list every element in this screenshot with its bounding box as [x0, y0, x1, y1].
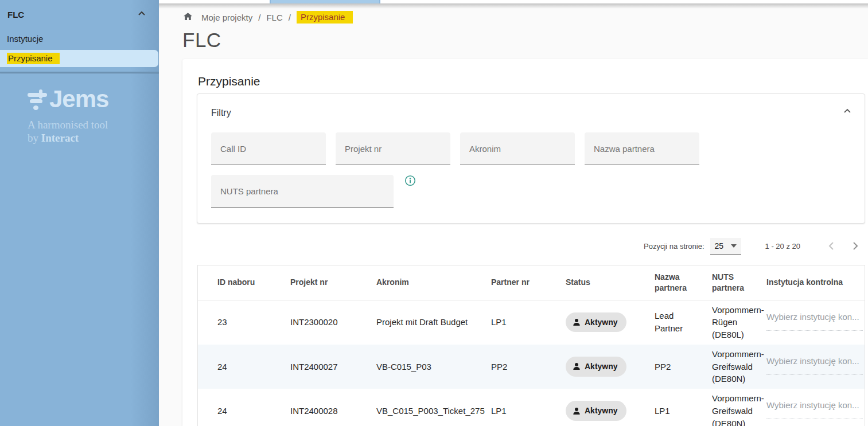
status-badge: Aktywny: [566, 312, 626, 332]
cell-institution: Wybierz instytucję kon...: [758, 389, 865, 426]
status-badge: Aktywny: [566, 401, 626, 420]
cell-acronym: VB-C015_P03: [368, 345, 483, 389]
cell-nuts: Vorpommern-Rügen (DE80L): [704, 300, 758, 345]
cell-partner-name: PP2: [647, 345, 704, 389]
cell-status: Aktywny: [558, 389, 647, 426]
cell-project-nr: INT2400027: [282, 345, 368, 389]
caret-down-icon: [731, 244, 737, 248]
col-header-partner-nr: Partner nr: [483, 265, 558, 300]
col-header-akronim: Akronim: [368, 265, 483, 300]
sidebar-divider: [0, 72, 159, 73]
cell-partner-nr: LP1: [483, 300, 558, 345]
chevron-up-icon[interactable]: [843, 107, 852, 116]
info-icon[interactable]: [404, 175, 416, 186]
filters-title: Filtry: [211, 108, 231, 118]
status-label: Aktywny: [585, 316, 618, 328]
breadcrumb-separator: /: [258, 13, 260, 22]
cell-partner-name: Lead Partner: [647, 300, 704, 345]
sidebar: FLC Instytucje Przypisanie Jems A harmon…: [0, 0, 159, 426]
page-title: FLC: [182, 29, 221, 52]
chevron-up-icon[interactable]: [137, 9, 146, 18]
cell-project-nr: INT2400028: [282, 389, 368, 426]
status-badge: Aktywny: [566, 357, 626, 376]
filter-field-projekt-nr: [336, 132, 450, 165]
person-icon: [572, 407, 581, 416]
breadcrumb-separator: /: [289, 13, 291, 22]
filter-field-akronim: [460, 132, 575, 165]
items-per-page-label: Pozycji na stronie:: [644, 242, 704, 251]
content-card: Przypisanie Filtry: [182, 59, 868, 426]
pagination-range: 1 - 20 z 20: [765, 242, 800, 251]
sidebar-item-przypisanie[interactable]: Przypisanie: [0, 50, 158, 67]
top-scroll-shadow: [159, 3, 868, 9]
filter-field-call-id: [211, 132, 326, 165]
nuts-partnera-input[interactable]: [211, 175, 394, 207]
akronim-input[interactable]: [460, 132, 575, 165]
cell-acronym: VB_C015_P003_Ticket_275: [368, 389, 483, 426]
nazwa-partnera-input[interactable]: [585, 132, 699, 165]
cell-call-id: 24: [198, 345, 282, 389]
table-header-row: ID naboru Projekt nr Akronim Partner nr …: [198, 265, 865, 300]
status-label: Aktywny: [585, 405, 618, 416]
cell-nuts: Vorpommern-Greifswald (DE80N): [704, 389, 758, 426]
institution-select[interactable]: Wybierz instytucję kon...: [766, 399, 863, 419]
col-header-instytucja-kontrolna: Instytucja kontrolna: [758, 265, 865, 300]
cell-call-id: 24: [198, 389, 282, 426]
breadcrumb-item-moje-projekty[interactable]: Moje projekty: [201, 13, 252, 22]
page-next-icon[interactable]: [851, 241, 860, 251]
cell-institution: Wybierz instytucję kon...: [758, 300, 865, 345]
institution-select[interactable]: Wybierz instytucję kon...: [766, 355, 863, 375]
col-header-nuts-partnera: NUTS partnera: [704, 265, 758, 300]
logo-tagline: A harmonised tool: [28, 118, 108, 131]
items-per-page-select[interactable]: 25: [710, 238, 741, 255]
breadcrumb: Moje projekty / FLC / Przypisanie: [182, 10, 353, 24]
top-partial-tab: [270, 0, 380, 3]
person-icon: [572, 362, 581, 371]
projekt-nr-input[interactable]: [336, 132, 450, 165]
jems-logo-icon: [28, 89, 49, 114]
call-id-input[interactable]: [211, 132, 326, 165]
cell-status: Aktywny: [558, 345, 647, 389]
cell-institution: Wybierz instytucję kon...: [758, 345, 865, 389]
col-header-id-naboru: ID naboru: [198, 265, 282, 300]
home-icon[interactable]: [182, 11, 193, 22]
sidebar-item-label-highlighted: Przypisanie: [7, 53, 60, 64]
main-content: Moje projekty / FLC / Przypisanie FLC Pr…: [159, 0, 868, 426]
cell-nuts: Vorpommern-Greifswald (DE80N): [704, 345, 758, 389]
institution-select[interactable]: Wybierz instytucję kon...: [766, 311, 863, 331]
cell-partner-name: LP1: [647, 389, 704, 426]
cell-partner-nr: LP1: [483, 389, 558, 426]
breadcrumb-item-przypisanie: Przypisanie: [297, 11, 353, 24]
table-row: 23INT2300020Projekt mit Draft BudgetLP1A…: [198, 300, 865, 345]
jems-logo: Jems A harmonised tool by Interact: [28, 86, 108, 144]
person-icon: [572, 318, 581, 327]
pagination: Pozycji na stronie: 25 1 - 20 z 20: [644, 236, 860, 256]
cell-call-id: 23: [198, 300, 282, 345]
section-title: Przypisanie: [198, 75, 260, 88]
page-previous-icon[interactable]: [827, 241, 836, 251]
items-per-page-value: 25: [715, 241, 731, 251]
filter-field-nazwa-partnera: [585, 132, 699, 165]
sidebar-section-header: FLC: [0, 0, 159, 28]
logo-byline: by Interact: [28, 131, 108, 144]
table-row: 24INT2400027VB-C015_P03PP2AktywnyPP2Vorp…: [198, 345, 865, 389]
sidebar-item-instytucje[interactable]: Instytucje: [0, 30, 159, 47]
cell-project-nr: INT2300020: [282, 300, 368, 345]
breadcrumb-item-flc[interactable]: FLC: [266, 13, 282, 22]
cell-acronym: Projekt mit Draft Budget: [368, 300, 483, 345]
status-label: Aktywny: [585, 361, 618, 372]
filter-field-nuts-partnera: [211, 175, 394, 208]
filters-panel: Filtry: [197, 93, 865, 224]
sidebar-section-title: FLC: [7, 10, 24, 19]
col-header-nazwa-partnera: Nazwa partnera: [647, 265, 704, 300]
assignments-table: ID naboru Projekt nr Akronim Partner nr …: [197, 265, 865, 426]
col-header-projekt-nr: Projekt nr: [282, 265, 368, 300]
jems-logo-name: Jems: [49, 86, 108, 112]
cell-status: Aktywny: [558, 300, 647, 345]
cell-partner-nr: PP2: [483, 345, 558, 389]
col-header-status: Status: [558, 265, 647, 300]
table-row: 24INT2400028VB_C015_P003_Ticket_275LP1Ak…: [198, 389, 865, 426]
sidebar-item-label: Instytucje: [7, 34, 43, 44]
